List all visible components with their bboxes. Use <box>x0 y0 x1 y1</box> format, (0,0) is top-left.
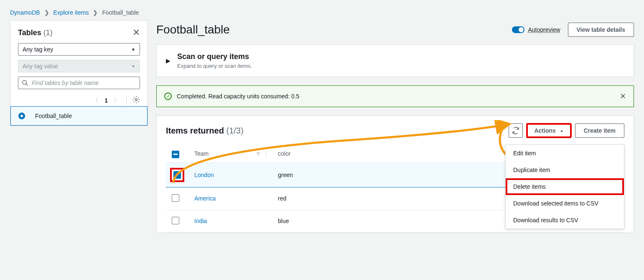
breadcrumb: DynamoDB ❯ Explore items ❯ Football_tabl… <box>0 0 644 20</box>
dismiss-notice-button[interactable]: ✕ <box>620 92 626 101</box>
close-sidebar-button[interactable]: ✕ <box>132 28 140 37</box>
completion-notice: ✓ Completed. Read capacity units consume… <box>156 85 634 107</box>
expand-button[interactable]: ▶ <box>166 57 171 64</box>
item-link[interactable]: London <box>194 172 214 178</box>
scan-subtitle: Expand to query or scan items. <box>177 63 252 69</box>
edit-item-action[interactable]: Edit item <box>506 145 624 162</box>
duplicate-item-action[interactable]: Duplicate item <box>506 162 624 178</box>
caret-up-icon: ▲ <box>560 128 564 133</box>
row-checkbox[interactable] <box>172 194 179 202</box>
column-team-header[interactable]: Team <box>194 150 209 157</box>
next-page-button[interactable]: 〉 <box>114 96 120 105</box>
items-panel: Items returned (1/3) Actions ▲ Create it… <box>156 116 634 233</box>
actions-dropdown: Edit item Duplicate item Delete items Do… <box>505 144 624 229</box>
refresh-icon <box>512 127 519 134</box>
page-title: Football_table <box>156 23 230 36</box>
gear-icon <box>132 96 140 103</box>
view-table-details-button[interactable]: View table details <box>568 23 634 37</box>
chevron-down-icon: ▼ <box>131 47 135 52</box>
items-title: Items returned (1/3) <box>166 126 244 136</box>
chevron-right-icon: ❯ <box>93 9 98 16</box>
prev-page-button[interactable]: 〈 <box>92 96 99 105</box>
breadcrumb-explore[interactable]: Explore items <box>53 9 89 16</box>
refresh-button[interactable] <box>509 123 523 138</box>
search-icon <box>22 80 28 86</box>
item-link[interactable]: India <box>194 218 207 224</box>
svg-line-1 <box>26 84 28 86</box>
scan-title: Scan or query items <box>177 52 252 61</box>
settings-button[interactable] <box>126 96 140 105</box>
table-list-item[interactable]: Football_table <box>10 106 148 126</box>
select-all-checkbox[interactable] <box>172 151 179 158</box>
table-search[interactable] <box>18 77 140 89</box>
chevron-right-icon: ❯ <box>44 9 49 16</box>
sort-icon[interactable]: ▽ <box>257 152 260 156</box>
table-name: Football_table <box>35 113 72 119</box>
table-search-input[interactable] <box>32 80 136 86</box>
table-pager: 〈 1 〉 <box>18 94 140 106</box>
radio-selected-icon <box>18 113 25 119</box>
tables-sidebar: Tables (1) ✕ Any tag key ▼ Any tag value… <box>10 20 148 126</box>
check-circle-icon: ✓ <box>164 92 172 100</box>
svg-point-2 <box>135 99 137 101</box>
item-link[interactable]: America <box>194 195 216 202</box>
sidebar-title: Tables (1) <box>18 28 53 37</box>
download-results-action[interactable]: Download results to CSV <box>506 212 624 229</box>
notice-text: Completed. Read capacity units consumed:… <box>177 93 299 100</box>
actions-button[interactable]: Actions ▲ <box>527 124 570 137</box>
chevron-down-icon: ▼ <box>131 64 135 69</box>
autopreview-toggle[interactable]: Autopreview <box>512 26 560 33</box>
download-selected-action[interactable]: Download selected items to CSV <box>506 195 624 212</box>
main-content: Football_table Autopreview View table de… <box>156 20 634 241</box>
breadcrumb-current: Football_table <box>102 9 139 16</box>
tag-key-select[interactable]: Any tag key ▼ <box>18 43 140 56</box>
page-number: 1 <box>104 97 108 104</box>
create-item-button[interactable]: Create item <box>575 123 624 138</box>
breadcrumb-root[interactable]: DynamoDB <box>10 9 40 16</box>
scan-query-panel: ▶ Scan or query items Expand to query or… <box>156 44 634 77</box>
row-checkbox[interactable] <box>172 217 179 224</box>
delete-items-action[interactable]: Delete items <box>506 178 624 195</box>
tag-value-select: Any tag value ▼ <box>18 60 140 72</box>
toggle-on-icon <box>512 26 524 33</box>
row-checkbox[interactable]: ✓ <box>173 171 181 179</box>
svg-point-0 <box>23 80 26 84</box>
